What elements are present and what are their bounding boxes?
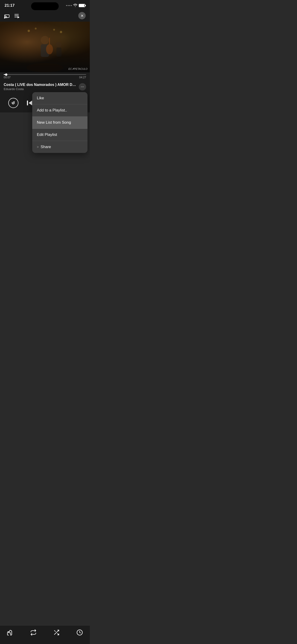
svg-point-14 — [35, 28, 36, 30]
svg-point-9 — [46, 44, 53, 54]
edit-playlist-label: Edit Playlist — [37, 132, 57, 137]
top-controls: ✕ — [0, 10, 90, 22]
song-artist: Eduardo Costa — [4, 87, 77, 91]
add-playlist-label: Add to a Playlist.. — [37, 108, 67, 113]
video-content — [22, 26, 68, 72]
song-info: Costa ( LIVE dos Namorados ) AMOR DE VIO… — [4, 83, 77, 91]
menu-item-new-list[interactable]: New List from Song — [32, 116, 88, 129]
svg-marker-5 — [18, 16, 19, 18]
battery-icon — [79, 4, 85, 7]
signal-dots — [66, 5, 72, 6]
svg-rect-12 — [56, 48, 62, 57]
menu-item-edit-playlist[interactable]: Edit Playlist — [32, 129, 88, 141]
svg-point-15 — [53, 29, 55, 31]
watermark: EC✗PETACULO — [68, 68, 88, 70]
svg-point-7 — [41, 36, 49, 44]
queue-button[interactable] — [14, 13, 19, 18]
replay-icon: ↺ 15 — [8, 98, 18, 108]
song-info-row: Costa ( LIVE dos Namorados ) AMOR DE VIO… — [0, 80, 90, 94]
current-time: 00:07 — [4, 76, 10, 79]
svg-rect-18 — [27, 101, 28, 106]
svg-marker-17 — [28, 101, 32, 106]
chevron-icon: > — [37, 145, 39, 149]
progress-section: 00:07 04:27 — [0, 72, 90, 80]
time-row: 00:07 04:27 — [4, 76, 86, 79]
status-time: 21:17 — [4, 3, 14, 8]
svg-point-16 — [60, 31, 62, 33]
menu-item-like[interactable]: Like — [32, 92, 88, 104]
share-label: Share — [40, 145, 51, 149]
close-button[interactable]: ✕ — [78, 12, 86, 19]
progress-bar[interactable] — [4, 74, 86, 75]
total-time: 04:27 — [79, 76, 86, 79]
svg-point-13 — [28, 30, 30, 32]
like-label: Like — [37, 96, 44, 100]
svg-point-6 — [26, 63, 63, 72]
song-title: Costa ( LIVE dos Namorados ) AMOR DE VIO… — [4, 83, 77, 87]
menu-item-add-playlist[interactable]: Add to a Playlist.. — [32, 104, 88, 116]
svg-point-11 — [56, 42, 62, 48]
status-bar: 21:17 — [0, 0, 90, 10]
cast-button[interactable] — [4, 13, 10, 18]
progress-thumb — [5, 74, 7, 76]
video-area: EC✗PETACULO — [0, 22, 90, 72]
status-right — [66, 4, 85, 8]
svg-point-1 — [4, 18, 5, 18]
new-list-label: New List from Song — [37, 120, 71, 125]
wifi-icon — [73, 4, 77, 8]
context-menu: Like Add to a Playlist.. New List from S… — [32, 92, 88, 153]
dynamic-island — [31, 2, 59, 10]
menu-item-share[interactable]: > Share — [32, 141, 88, 153]
more-options-button[interactable]: ··· — [79, 83, 86, 90]
replay-15-button[interactable]: ↺ 15 — [8, 98, 18, 108]
top-left-controls — [4, 13, 19, 18]
